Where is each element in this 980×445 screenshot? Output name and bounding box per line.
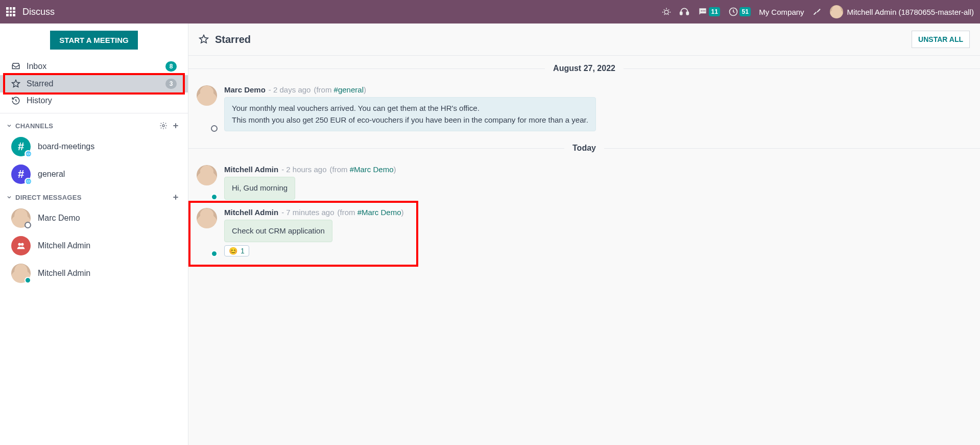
message-origin: (from #Marc Demo) — [330, 165, 396, 174]
sidebar-item-starred[interactable]: Starred 3 — [0, 75, 188, 92]
message: Marc Demo - 2 days ago (from #general) Y… — [188, 81, 980, 135]
reaction-count: 1 — [241, 247, 245, 255]
add-dm-icon[interactable] — [170, 193, 182, 201]
svg-point-9 — [21, 243, 24, 246]
svg-point-5 — [704, 10, 705, 11]
svg-rect-2 — [686, 12, 688, 15]
company-selector[interactable]: My Company — [759, 8, 804, 16]
message-origin: (from #general) — [314, 85, 366, 94]
message-bubble: Check out CRM application — [224, 220, 332, 243]
presence-indicator — [25, 277, 31, 284]
channel-name: board-meetings — [38, 142, 94, 151]
sidebar-item-history[interactable]: History — [0, 92, 188, 109]
debug-icon[interactable] — [662, 7, 671, 16]
star-outline-icon[interactable] — [199, 34, 209, 44]
message-time: - 2 days ago — [269, 85, 311, 94]
dm-item[interactable]: Mitchell Admin — [0, 232, 188, 260]
messaging-icon[interactable]: 11 — [698, 7, 720, 17]
dm-name: Mitchell Admin — [38, 269, 90, 278]
page-title: Starred — [215, 34, 251, 45]
presence-indicator — [25, 222, 31, 228]
message-time: - 7 minutes ago — [281, 208, 334, 217]
dm-name: Marc Demo — [38, 214, 80, 223]
hash-icon: # 🌐 — [11, 137, 31, 156]
channel-link[interactable]: #Marc Demo — [357, 208, 401, 217]
history-label: History — [27, 96, 177, 105]
message-bubble: Your monthly meal vouchers arrived. You … — [224, 97, 596, 131]
support-icon[interactable] — [679, 7, 689, 17]
channel-item[interactable]: # 🌐 general — [0, 160, 188, 188]
user-name-label: Mitchell Admin (18780655-master-all) — [847, 8, 974, 16]
topbar-right: 11 51 My Company Mitchell Admin (1878065… — [662, 5, 974, 18]
sidebar-item-inbox[interactable]: Inbox 8 — [0, 58, 188, 75]
sidebar: START A MEETING Inbox 8 Starred 3 — [0, 24, 188, 445]
app-title: Discuss — [22, 7, 55, 17]
message-bubble: Hi, Gud morning — [224, 177, 295, 200]
chevron-down-icon[interactable] — [6, 194, 12, 200]
svg-point-7 — [162, 125, 164, 127]
inbox-icon — [11, 62, 20, 71]
date-separator: August 27, 2022 — [188, 56, 980, 81]
message-author[interactable]: Marc Demo — [224, 85, 266, 94]
group-icon — [11, 236, 31, 255]
dm-item[interactable]: Marc Demo — [0, 204, 188, 232]
star-icon — [11, 79, 20, 88]
presence-indicator — [211, 250, 218, 257]
channels-header-label: CHANNELS — [15, 122, 53, 130]
hash-icon: # 🌐 — [11, 165, 31, 184]
svg-point-8 — [18, 243, 21, 246]
channel-link[interactable]: #Marc Demo — [350, 165, 394, 174]
activities-count-badge: 51 — [739, 7, 751, 16]
main-panel: Starred UNSTAR ALL August 27, 2022 Marc … — [188, 24, 980, 445]
dm-name: Mitchell Admin — [38, 241, 90, 250]
message-time: - 2 hours ago — [281, 165, 326, 174]
svg-rect-1 — [680, 12, 682, 15]
starred-count: 3 — [165, 79, 177, 89]
user-menu[interactable]: Mitchell Admin (18780655-master-all) — [830, 5, 974, 18]
activities-icon[interactable]: 51 — [728, 7, 751, 17]
channel-item[interactable]: # 🌐 board-meetings — [0, 133, 188, 160]
main-header: Starred UNSTAR ALL — [188, 24, 980, 56]
message-origin: (from #Marc Demo) — [338, 208, 404, 217]
message: Mitchell Admin - 2 hours ago (from #Marc… — [188, 161, 980, 204]
chevron-down-icon[interactable] — [6, 123, 12, 129]
messaging-count-badge: 11 — [709, 7, 720, 16]
unstar-all-button[interactable]: UNSTAR ALL — [912, 31, 970, 48]
message-area: August 27, 2022 Marc Demo - 2 days ago (… — [188, 56, 980, 445]
tools-icon[interactable] — [812, 7, 822, 16]
dm-header-label: DIRECT MESSAGES — [15, 194, 82, 201]
message: Mitchell Admin - 7 minutes ago (from #Ma… — [188, 204, 980, 261]
inbox-count: 8 — [165, 61, 177, 72]
svg-point-0 — [664, 10, 668, 14]
message-author[interactable]: Mitchell Admin — [224, 165, 278, 174]
svg-point-3 — [701, 10, 702, 11]
globe-icon: 🌐 — [25, 150, 32, 157]
date-separator: Today — [188, 135, 980, 161]
message-author[interactable]: Mitchell Admin — [224, 208, 278, 217]
presence-indicator — [211, 194, 218, 200]
apps-menu-icon[interactable] — [6, 7, 15, 16]
date-label: Today — [572, 144, 596, 153]
add-channel-icon[interactable] — [170, 122, 182, 130]
dm-header: DIRECT MESSAGES — [0, 188, 188, 204]
avatar — [11, 264, 31, 283]
svg-point-4 — [703, 10, 704, 11]
topbar: Discuss 11 51 My Company Mitchell Admin … — [0, 0, 980, 24]
reaction-pill[interactable]: 😊 1 — [224, 245, 249, 256]
start-meeting-button[interactable]: START A MEETING — [50, 31, 137, 50]
gear-icon[interactable] — [157, 122, 170, 130]
globe-icon: 🌐 — [25, 178, 32, 185]
topbar-left: Discuss — [6, 7, 55, 17]
channel-name: general — [38, 170, 65, 179]
dm-item[interactable]: Mitchell Admin — [0, 260, 188, 287]
date-label: August 27, 2022 — [553, 64, 615, 73]
avatar — [197, 208, 217, 257]
starred-label: Starred — [27, 79, 159, 88]
reaction-emoji: 😊 — [229, 247, 237, 255]
avatar — [197, 165, 217, 200]
history-icon — [11, 96, 20, 105]
channels-header: CHANNELS — [0, 116, 188, 133]
presence-indicator — [211, 125, 218, 132]
avatar — [197, 85, 217, 131]
channel-link[interactable]: #general — [334, 85, 364, 94]
